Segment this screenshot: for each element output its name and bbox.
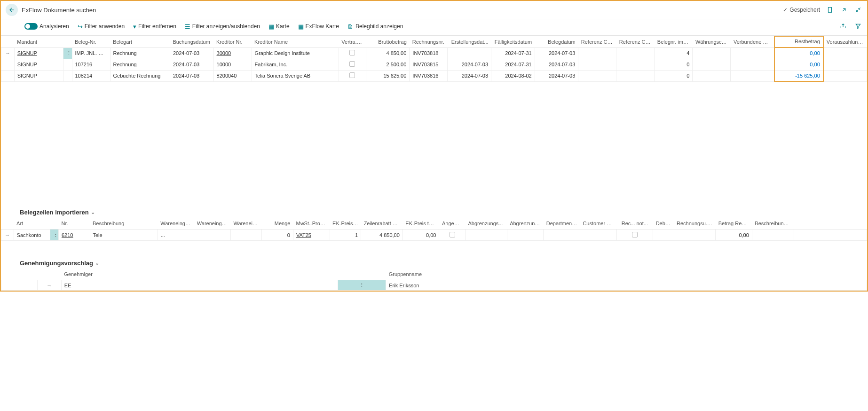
cell-kreditor-name[interactable]: Telia Sonera Sverige AB [252,70,339,81]
cell-abgrenzung-start[interactable] [544,229,580,241]
lcol-abgrenzung-start[interactable]: Abgrenzung Startdatum [507,219,544,229]
lcol-ek-test[interactable]: EK-Preis testen [402,219,439,229]
back-button[interactable] [6,4,18,16]
col-vorauszahlung[interactable]: Vorauszahlung... [823,36,867,47]
collapse-icon[interactable] [854,6,862,14]
row-menu-icon[interactable]: ⋮ [50,229,59,241]
remove-filter-button[interactable]: ▾ Filter entfernen [133,23,176,30]
cell-belegart[interactable]: Rechnung [110,59,170,70]
exflow-card-button[interactable]: ▦ ExFlow Karte [298,23,339,30]
cell-we2[interactable] [194,229,231,241]
table-row[interactable]: SIGNUP108214Gebuchte Rechnung2024-07-038… [1,70,867,81]
cell-vorauszahlung[interactable] [823,59,867,70]
table-row[interactable]: →SIGNUP⋮IMP. JNL. DEF...Rechnung2024-07-… [1,47,867,59]
analyze-toggle[interactable]: Analysieren [24,23,69,30]
cell-referenz-import[interactable] [616,70,655,81]
bookmark-icon[interactable] [826,6,834,14]
cell-erstellungsdat[interactable]: 2024-07-03 [448,70,491,81]
cell-vertra[interactable] [339,70,366,81]
lcol-nr[interactable]: Nr. [58,219,90,229]
show-image-button[interactable]: 🗎 Belegbild anzeigen [347,23,403,30]
cell-belegdatum[interactable]: 2024-07-03 [535,47,578,59]
cell-beleg-nr[interactable]: 107216 [72,59,110,70]
cell-rabatt[interactable]: 0,00 [402,229,439,241]
cell-we3[interactable] [230,229,262,241]
cell-erstellungsdat[interactable] [448,47,491,59]
cell-buchungsdatum[interactable]: 2024-07-03 [170,70,213,81]
lcol-we1[interactable]: Wareneingan... [158,219,194,229]
lcol-menge[interactable]: Menge [262,219,293,229]
cell-waehrung[interactable] [693,70,731,81]
lcol-art[interactable]: Art [14,219,50,229]
cell-kreditor-nr[interactable]: 10000 [213,59,252,70]
cell-verbundene[interactable] [731,59,774,70]
acol-gruppenname[interactable]: Gruppenname [386,269,867,280]
cell-belegart[interactable]: Rechnung [110,47,170,59]
row-arrow-icon[interactable]: → [1,47,15,59]
cell-faelligkeit[interactable]: 2024-07-31 [491,47,535,59]
lines-section-title[interactable]: Belegzeilen importieren ⌄ [1,204,867,219]
col-verbundene[interactable]: Verbundene Bestellnr. (Erste) [731,36,774,47]
funnel-icon[interactable] [854,22,862,31]
apply-filter-button[interactable]: ↪ Filter anwenden [78,23,125,30]
cell-beleg-nr[interactable]: IMP. JNL. DEF... [72,47,110,59]
cell-kreditor-nr[interactable]: 8200040 [213,70,252,81]
cell-belegart[interactable]: Gebuchte Rechnung [110,70,170,81]
cell-mandant[interactable]: SIGNUP [14,59,63,70]
cell-mandant[interactable]: SIGNUP [14,47,63,59]
cell-mwst[interactable]: VAT25 [293,229,330,241]
cell-beschr-ru[interactable] [752,229,794,241]
lcol-ek-ohne[interactable]: EK-Preis Ohne MwSt. [330,219,361,229]
cell-gruppenname[interactable]: Erik Eriksson [386,280,867,291]
cell-vorauszahlung[interactable] [823,70,867,81]
cell-vorauszahlung[interactable] [823,47,867,59]
cell-belegdatum[interactable]: 2024-07-03 [535,70,578,81]
cell-vertra[interactable] [339,47,366,59]
lcol-mwst[interactable]: MwSt.-Produktbuch... [293,219,330,229]
row-arrow-icon[interactable] [1,70,15,81]
cell-betrag[interactable]: 0,00 [716,229,752,241]
cell-referenz-code[interactable] [578,47,616,59]
row-menu-icon[interactable] [63,70,72,81]
cell-buchungsdatum[interactable]: 2024-07-03 [170,59,213,70]
col-belegnr-import[interactable]: Belegnr. importieren [655,36,693,47]
col-faelligkeit[interactable]: Fälligkeitsdatum [491,36,535,47]
cell-ek-preis[interactable]: 4 850,00 [361,229,403,241]
col-waehrung[interactable]: Währungscode [693,36,731,47]
cell-angewendete[interactable] [465,229,507,241]
cell-waehrung[interactable] [693,59,731,70]
cell-rechnungsnr[interactable]: INV703816 [410,70,448,81]
cell-faelligkeit[interactable]: 2024-07-31 [491,59,535,70]
card-button[interactable]: ▦ Karte [268,23,290,30]
cell-waehrung[interactable] [693,47,731,59]
col-vertra-beleg[interactable]: Vertra... Beleg [339,36,366,47]
lcol-angewendete[interactable]: Angewendete Genehmigun... [439,219,465,229]
lcol-ru-code[interactable]: Rechnungsu... Code [674,219,716,229]
lcol-recnot[interactable]: Rec... not... [616,219,653,229]
cell-verbundene[interactable] [731,70,774,81]
cell-erstellungsdat[interactable]: 2024-07-03 [448,59,491,70]
cell-bruttobetrag[interactable]: 2 500,00 [366,59,410,70]
cell-kreditor-name[interactable]: Graphic Design Institute [252,47,339,59]
table-row[interactable]: SIGNUP107216Rechnung2024-07-0310000Fabri… [1,59,867,70]
cell-referenz-code[interactable] [578,59,616,70]
col-restbetrag[interactable]: Restbetrag [774,36,823,47]
col-belegdatum[interactable]: Belegdatum [535,36,578,47]
cell-rechnungsnr[interactable]: INV703818 [410,47,448,59]
row-arrow-icon[interactable]: → [1,229,14,241]
col-belegart[interactable]: Belegart [110,36,170,47]
cell-beleg-nr[interactable]: 108214 [72,70,110,81]
cell-mandant[interactable]: SIGNUP [14,70,63,81]
cell-ru-code[interactable] [674,229,716,241]
cell-bruttobetrag[interactable]: 4 850,00 [366,47,410,59]
row-menu-icon[interactable]: ⋮ [338,280,386,291]
col-kreditor-name[interactable]: Kreditor Name [252,36,339,47]
col-kreditor-nr[interactable]: Kreditor Nr. [213,36,252,47]
acol-genehmiger[interactable]: Genehmiger [61,269,338,280]
cell-nr[interactable]: 6210 [58,229,90,241]
cell-rechnungsnr[interactable]: INV703815 [410,59,448,70]
lcol-department[interactable]: Department Code [544,219,580,229]
lcol-we3[interactable]: Wareneing... [230,219,262,229]
col-beleg-nr[interactable]: Beleg-Nr. [72,36,110,47]
cell-genehmiger[interactable]: EE [61,280,338,291]
